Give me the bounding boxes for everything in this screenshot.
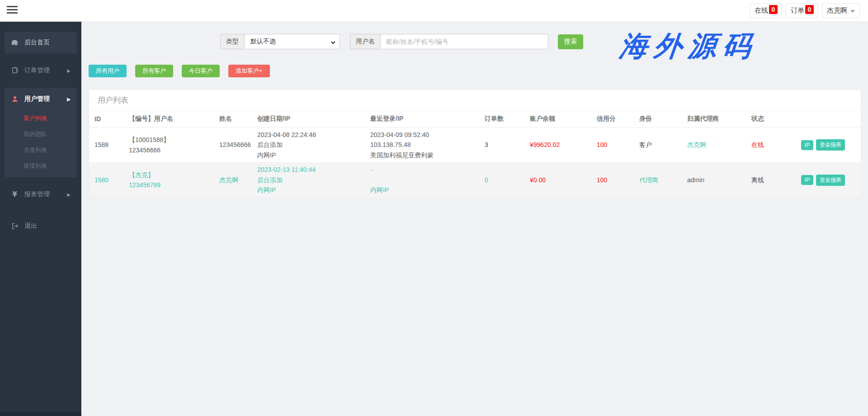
cell-created: 2023-02-13 11:40:44 后台添加 内网IP — [252, 163, 365, 197]
username-input[interactable] — [380, 34, 548, 49]
sidebar-item-user-management[interactable]: 用户管理 ▶ — [5, 88, 77, 110]
cell-name: 123456666 — [214, 128, 252, 162]
add-customer-button[interactable]: 添加客户+ — [228, 65, 270, 77]
user-menu[interactable]: 杰克啊 — [822, 3, 860, 18]
orders-stat[interactable]: 订单 0 — [786, 3, 818, 18]
col-header-agent: 归属代理商 — [682, 115, 746, 123]
main-content: 类型 默认不选 用户名 搜索 海外源码 所有用户 所有客户 今日客户 添加客户+… — [81, 22, 868, 416]
col-header-role: 身份 — [634, 115, 682, 123]
orders-icon — [11, 67, 19, 75]
ip-button[interactable]: IP — [801, 175, 813, 185]
cell-agent: admin — [682, 163, 746, 197]
cell-username: 【杰克】 123456789 — [123, 163, 214, 197]
type-filter-group: 类型 默认不选 — [220, 34, 340, 49]
cell-status: 在线 — [746, 128, 780, 162]
online-count-badge: 0 — [769, 5, 778, 14]
filter-bar: 类型 默认不选 用户名 搜索 — [220, 34, 583, 49]
sidebar-subitem-withdraw-list[interactable]: 提现列表 — [5, 158, 77, 174]
cell-actions: IP 资金报表 — [780, 163, 861, 197]
sidebar-footer — [0, 412, 81, 416]
cell-role: 代理商 — [634, 163, 682, 197]
cell-credit: 100 — [591, 163, 634, 197]
sidebar-item-logout[interactable]: 退出 — [5, 215, 77, 237]
type-label: 类型 — [220, 34, 244, 49]
cell-actions: IP 资金报表 — [780, 128, 861, 162]
all-customers-button[interactable]: 所有客户 — [135, 65, 173, 77]
topbar-right: 在线 0 订单 0 杰克啊 — [750, 3, 860, 18]
user-list-panel: 用户列表 ID 【编号】用户名 姓名 创建日期/IP 最近登录/IP 订单数 账… — [89, 90, 861, 198]
sidebar-item-orders[interactable]: 订单管理 ▶ — [5, 60, 77, 81]
dashboard-icon — [11, 39, 19, 47]
chevron-down-icon — [330, 39, 336, 47]
cell-role: 客户 — [634, 128, 682, 162]
sidebar-item-label: 退出 — [24, 222, 71, 230]
funds-report-button[interactable]: 资金报表 — [816, 139, 845, 151]
col-header-name: 姓名 — [214, 115, 252, 123]
cell-balance: ¥0.00 — [524, 163, 591, 197]
orders-count-badge: 0 — [805, 5, 814, 14]
menu-toggle-icon[interactable] — [7, 6, 18, 15]
sidebar-group-users: 用户管理 ▶ 客户列表 我的团队 充值列表 提现列表 — [5, 88, 77, 177]
col-header-username: 【编号】用户名 — [123, 115, 214, 123]
username-label: 用户名 — [350, 34, 380, 49]
sidebar-subitem-recharge-list[interactable]: 充值列表 — [5, 142, 77, 158]
cell-balance: ¥99620.02 — [524, 128, 591, 162]
sidebar-subitem-customer-list[interactable]: 客户列表 — [5, 110, 77, 126]
sidebar-item-reports[interactable]: ¥ 报表管理 ▶ — [5, 184, 77, 205]
chevron-right-icon: ▶ — [67, 192, 71, 197]
quick-action-bar: 所有用户 所有客户 今日客户 添加客户+ — [89, 65, 270, 77]
table-row: 1580 【杰克】 123456789 杰克啊 2023-02-13 11:40… — [89, 162, 861, 197]
user-name: 杰克啊 — [827, 6, 847, 15]
col-header-created: 创建日期/IP — [252, 115, 365, 123]
cell-status: 离线 — [746, 163, 780, 197]
user-management-submenu: 客户列表 我的团队 充值列表 提现列表 — [5, 110, 77, 177]
cell-agent: 杰克啊 — [682, 128, 746, 162]
chevron-down-icon — [850, 10, 855, 13]
online-label: 在线 — [755, 6, 768, 15]
username-filter-group: 用户名 — [350, 34, 548, 49]
sidebar-item-label: 用户管理 — [24, 95, 67, 103]
topbar: 在线 0 订单 0 杰克啊 — [0, 0, 868, 22]
sidebar-item-dashboard[interactable]: 后台首页 — [5, 32, 77, 53]
type-select[interactable]: 默认不选 — [244, 34, 340, 49]
sidebar-subitem-my-team[interactable]: 我的团队 — [5, 126, 77, 142]
sidebar: 后台首页 订单管理 ▶ 用户管理 ▶ 客户列表 我的团队 充值列表 提现列表 ¥… — [0, 22, 81, 416]
all-users-button[interactable]: 所有用户 — [89, 65, 127, 77]
col-header-orders: 订单数 — [479, 115, 524, 123]
cell-orders: 3 — [479, 128, 524, 162]
table-row: 1588 【10001588】 123456666 123456666 2023… — [89, 128, 861, 162]
user-icon — [11, 95, 19, 103]
col-header-credit: 信用分 — [591, 115, 634, 123]
col-header-last-login: 最近登录/IP — [365, 115, 479, 123]
cell-username: 【10001588】 123456666 — [123, 128, 214, 162]
cell-id: 1580 — [89, 163, 123, 197]
online-stat[interactable]: 在线 0 — [750, 3, 782, 18]
sidebar-item-label: 后台首页 — [24, 38, 71, 47]
chevron-right-icon: ▶ — [67, 68, 71, 73]
ip-button[interactable]: IP — [801, 140, 813, 150]
col-header-id: ID — [89, 115, 123, 123]
col-header-status: 状态 — [746, 115, 780, 123]
cell-last-login: - 内网IP — [365, 163, 479, 197]
type-selected-value: 默认不选 — [250, 38, 276, 46]
cell-created: 2023-04-08 22:24:48 后台添加 内网IP — [252, 128, 365, 162]
logout-icon — [11, 222, 19, 230]
sidebar-item-label: 订单管理 — [24, 66, 67, 75]
cell-id: 1588 — [89, 128, 123, 162]
col-header-balance: 账户余额 — [524, 115, 591, 123]
cell-name: 杰克啊 — [214, 163, 252, 197]
yen-icon: ¥ — [11, 191, 19, 199]
cell-last-login: 2023-04-09 09:52:40 103.138.75.48 美国加利福尼… — [365, 128, 479, 162]
funds-report-button[interactable]: 资金报表 — [816, 175, 845, 186]
search-button[interactable]: 搜索 — [558, 34, 583, 49]
orders-label: 订单 — [791, 6, 804, 15]
table-header-row: ID 【编号】用户名 姓名 创建日期/IP 最近登录/IP 订单数 账户余额 信… — [89, 110, 861, 128]
today-customers-button[interactable]: 今日客户 — [182, 65, 220, 77]
sidebar-item-label: 报表管理 — [24, 190, 67, 199]
cell-orders: 0 — [479, 163, 524, 197]
chevron-right-icon: ▶ — [67, 97, 71, 102]
cell-credit: 100 — [591, 128, 634, 162]
brand-watermark: 海外源码 — [580, 27, 797, 65]
panel-title: 用户列表 — [89, 90, 861, 110]
